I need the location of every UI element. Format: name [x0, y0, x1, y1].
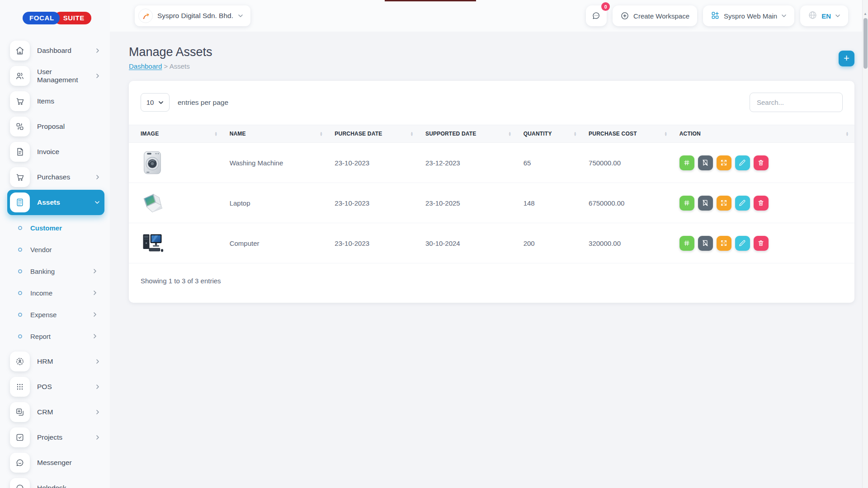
sidebar-item-dashboard[interactable]: Dashboard — [7, 38, 104, 63]
bookmark-off-button[interactable] — [698, 196, 713, 211]
hash-button[interactable] — [679, 155, 694, 170]
chevron-right-icon — [93, 290, 97, 296]
delete-button[interactable] — [754, 236, 769, 251]
sidebar-item-pos[interactable]: POS — [7, 374, 104, 399]
sidebar-item-items[interactable]: Items — [7, 89, 104, 114]
row-actions — [679, 155, 848, 170]
sidebar-item-projects[interactable]: Projects — [7, 425, 104, 450]
sort-icon[interactable]: ▴▾ — [411, 131, 413, 136]
chevron-down-icon — [238, 14, 243, 18]
edit-button[interactable] — [735, 196, 750, 211]
grid-dots-icon — [10, 377, 30, 397]
asset-name: Laptop — [223, 183, 329, 223]
expand-button[interactable] — [717, 236, 731, 251]
sidebar-item-label: User Management — [37, 68, 88, 84]
sort-icon[interactable]: ▴▾ — [509, 131, 511, 136]
hash-button[interactable] — [679, 236, 694, 251]
edit-button[interactable] — [735, 155, 750, 170]
hash-button[interactable] — [679, 196, 694, 211]
app-window: FOCALSUITE Dashboard User Management — [0, 0, 868, 488]
sort-icon[interactable]: ▴▾ — [846, 131, 848, 136]
breadcrumb-dashboard-link[interactable]: Dashboard — [129, 62, 162, 70]
sort-icon[interactable]: ▴▾ — [665, 131, 667, 136]
breadcrumb: Dashboard > Assets — [129, 62, 212, 70]
column-header-supported-date[interactable]: SUPPORTED DATE▴▾ — [419, 125, 517, 143]
sidebar-item-proposal[interactable]: Proposal — [7, 114, 104, 139]
bookmark-off-button[interactable] — [698, 236, 713, 251]
workspace-selector[interactable]: Syspro Web Main — [703, 5, 794, 26]
language-selector[interactable]: EN — [800, 5, 848, 26]
company-selector[interactable]: Syspro Digital Sdn. Bhd. — [135, 5, 250, 26]
sort-icon[interactable]: ▴▾ — [574, 131, 576, 136]
create-workspace-button[interactable]: Create Workspace — [613, 5, 697, 26]
asset-image-computer — [141, 230, 217, 256]
sidebar: FOCALSUITE Dashboard User Management — [0, 0, 110, 488]
column-label: SUPPORTED DATE — [425, 131, 476, 137]
bookmark-off-button[interactable] — [698, 155, 713, 170]
chevron-right-icon — [95, 73, 100, 79]
table-row: Laptop 23-10-2023 23-10-2025 148 6750000… — [129, 183, 854, 223]
messages-button[interactable]: 0 — [586, 5, 607, 26]
workspace-grid-icon — [711, 11, 720, 21]
expand-button[interactable] — [717, 196, 731, 211]
scrollbar-up-arrow[interactable]: ▲ — [863, 0, 868, 16]
column-header-quantity[interactable]: QUANTITY▴▾ — [517, 125, 582, 143]
column-header-name[interactable]: NAME▴▾ — [223, 125, 329, 143]
scrollbar-thumb[interactable] — [863, 18, 868, 69]
sort-icon[interactable]: ▴▾ — [215, 131, 217, 136]
page-header: Manage Assets Dashboard > Assets + — [129, 32, 854, 70]
widget-add-icon — [10, 402, 30, 422]
user-focus-icon — [10, 352, 30, 371]
column-header-image[interactable]: IMAGE▴▾ — [129, 125, 223, 143]
submenu-item-expense[interactable]: Expense — [15, 304, 100, 325]
expand-button[interactable] — [717, 155, 731, 170]
search-input[interactable] — [750, 93, 843, 112]
column-header-purchase-date[interactable]: PURCHASE DATE▴▾ — [328, 125, 419, 143]
bullet-icon — [18, 269, 22, 273]
sidebar-item-assets[interactable]: Assets — [7, 190, 104, 215]
asset-purchase-date: 23-10-2023 — [328, 183, 419, 223]
globe-icon — [808, 10, 817, 21]
column-label: QUANTITY — [524, 131, 552, 137]
submenu-item-customer[interactable]: Customer — [15, 217, 100, 239]
chevron-right-icon — [93, 333, 97, 339]
column-label: IMAGE — [141, 131, 159, 137]
sidebar-item-purchases[interactable]: Purchases — [7, 164, 104, 190]
logo-focal-segment: FOCAL — [23, 12, 60, 24]
edit-button[interactable] — [735, 236, 750, 251]
proposal-icon — [10, 117, 30, 136]
chevron-down-icon — [781, 14, 787, 18]
asset-purchase-date: 23-10-2023 — [328, 143, 419, 183]
add-asset-button[interactable]: + — [839, 51, 854, 66]
page-content: Manage Assets Dashboard > Assets + 10 — [110, 32, 868, 488]
submenu-item-vendor[interactable]: Vendor — [15, 239, 100, 260]
submenu-item-income[interactable]: Income — [15, 282, 100, 304]
sidebar-item-label: Helpdesk — [37, 484, 100, 488]
page-size-select[interactable]: 10 — [141, 93, 170, 112]
table-row: Washing Machine 23-10-2023 23-12-2023 65… — [129, 143, 854, 183]
assets-table: IMAGE▴▾ NAME▴▾ PURCHASE DATE▴▾ SUPPORTED… — [129, 125, 854, 263]
sidebar-item-label: Assets — [37, 198, 87, 206]
assets-submenu: Customer Vendor Banking Income — [7, 215, 104, 349]
chevron-right-icon — [95, 48, 100, 53]
sidebar-item-label: Projects — [37, 433, 88, 441]
table-controls: 10 entries per page — [129, 93, 854, 112]
sidebar-item-user-management[interactable]: User Management — [7, 63, 104, 89]
sidebar-item-messenger[interactable]: Messenger — [7, 450, 104, 475]
column-header-action[interactable]: ACTION▴▾ — [673, 125, 854, 143]
submenu-item-banking[interactable]: Banking — [15, 260, 100, 282]
delete-button[interactable] — [754, 196, 769, 211]
asset-supported-date: 23-12-2023 — [419, 143, 517, 183]
sidebar-item-crm[interactable]: CRM — [7, 399, 104, 425]
page-scrollbar[interactable]: ▲ — [862, 0, 868, 488]
sort-icon[interactable]: ▴▾ — [320, 131, 322, 136]
delete-button[interactable] — [754, 155, 769, 170]
submenu-item-report[interactable]: Report — [15, 325, 100, 347]
sidebar-item-helpdesk[interactable]: Helpdesk — [7, 475, 104, 488]
chevron-right-icon — [93, 312, 97, 317]
sidebar-item-invoice[interactable]: Invoice — [7, 139, 104, 164]
cart-icon — [10, 167, 30, 187]
sidebar-item-hrm[interactable]: HRM — [7, 349, 104, 374]
submenu-item-label: Expense — [30, 311, 85, 319]
column-header-purchase-cost[interactable]: PURCHASE COST▴▾ — [582, 125, 673, 143]
